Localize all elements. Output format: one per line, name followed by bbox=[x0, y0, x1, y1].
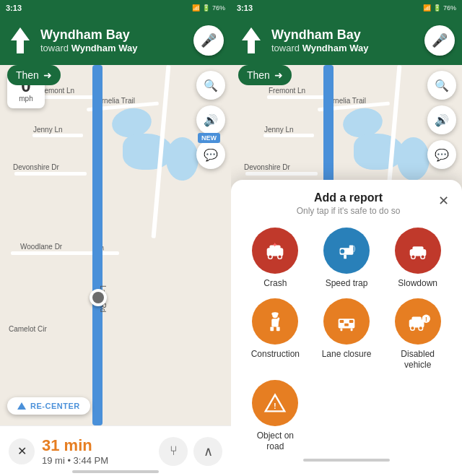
location-dot-inner-left bbox=[92, 292, 104, 303]
svg-text:!: ! bbox=[274, 401, 276, 410]
then-pill-left: Then ➜ bbox=[7, 65, 61, 85]
eta-info-left: 31 min 19 mi • 3:44 PM bbox=[42, 436, 152, 466]
then-pill-right: Then ➜ bbox=[238, 65, 292, 85]
status-bar-right: 3:13 📶 🔋 76% bbox=[231, 0, 462, 16]
nav-text-right: Wyndham Bay toward Wyndham Way bbox=[271, 27, 417, 54]
svg-point-33 bbox=[410, 326, 414, 330]
road-fremont-ln bbox=[36, 95, 101, 99]
svg-rect-13 bbox=[412, 246, 423, 252]
road-jenny-r bbox=[263, 134, 314, 137]
search-button-left[interactable]: 🔍 bbox=[196, 71, 225, 100]
report-header: Add a report Only tap if it's safe to do… bbox=[243, 191, 450, 216]
report-item-speed-trap[interactable]: )) Speed trap bbox=[314, 228, 380, 290]
search-icon-right: 🔍 bbox=[435, 79, 449, 92]
crash-icon-circle: ✦ bbox=[252, 228, 298, 274]
label-devonshire: Devonshire Dr bbox=[13, 163, 59, 171]
then-arrow-icon-right: ➜ bbox=[274, 69, 283, 81]
route-options-button[interactable]: ⑂ bbox=[159, 437, 188, 466]
battery-pct-left: 76% bbox=[212, 4, 225, 12]
disabled-vehicle-label: Disabledvehicle bbox=[401, 349, 435, 371]
speed-unit-left: mph bbox=[19, 95, 32, 103]
map-area-left[interactable]: Fremont Ln Cornelia Trail Jenny Ln Devon… bbox=[0, 65, 231, 425]
home-bar-line-right bbox=[303, 459, 390, 462]
report-item-object-on-road[interactable]: ! Object onroad bbox=[243, 380, 308, 453]
svg-point-4 bbox=[269, 255, 273, 259]
label-fremont-r: Fremont Ln bbox=[269, 87, 305, 95]
object-on-road-icon-circle: ! bbox=[252, 380, 298, 426]
label-jenny-r: Jenny Ln bbox=[264, 126, 294, 134]
nav-toward-left: toward Wyndham Way bbox=[40, 43, 186, 53]
report-item-disabled-vehicle[interactable]: ! Disabledvehicle bbox=[385, 298, 450, 371]
svg-point-10 bbox=[340, 249, 344, 254]
svg-rect-20 bbox=[276, 326, 280, 331]
sound-icon-left: 🔊 bbox=[204, 113, 218, 127]
add-report-icon-right: 💬 bbox=[435, 148, 449, 162]
svg-point-14 bbox=[411, 255, 415, 259]
report-title: Add a report bbox=[260, 191, 437, 204]
add-report-icon-left: 💬 bbox=[204, 148, 218, 162]
svg-rect-25 bbox=[349, 320, 354, 323]
search-button-right[interactable]: 🔍 bbox=[427, 71, 456, 100]
add-report-button-right[interactable]: 💬 bbox=[427, 140, 456, 169]
crash-label: Crash bbox=[263, 278, 287, 290]
water-body-2 bbox=[123, 134, 173, 170]
report-item-lane-closure[interactable]: Lane closure bbox=[314, 298, 380, 371]
road-jenny-ln bbox=[32, 134, 83, 137]
expand-button-left[interactable]: ∧ bbox=[193, 437, 222, 466]
then-arrow-icon: ➜ bbox=[43, 69, 52, 81]
left-panel: 3:13 📶 🔋 76% Wyndham Bay toward Wyndham … bbox=[0, 0, 231, 476]
lane-closure-icon-circle bbox=[323, 298, 370, 345]
sound-button-left[interactable]: 🔊 bbox=[196, 105, 225, 134]
nav-direction-icon bbox=[7, 27, 33, 53]
sound-icon-right: 🔊 bbox=[435, 113, 449, 127]
svg-point-34 bbox=[419, 326, 423, 330]
status-bar-left: 3:13 📶 🔋 76% bbox=[0, 0, 231, 16]
label-devonshire-r: Devonshire Dr bbox=[244, 163, 290, 171]
label-jenny-ln: Jenny Ln bbox=[33, 126, 63, 134]
new-badge-left: NEW bbox=[198, 133, 220, 143]
nav-toward-street-right: Wyndham Way bbox=[302, 43, 369, 53]
nav-controls-left: ⑂ ∧ bbox=[159, 437, 222, 466]
location-dot-left bbox=[90, 289, 107, 306]
recenter-icon-left bbox=[17, 402, 26, 410]
mic-button-left[interactable]: 🎤 bbox=[193, 25, 224, 56]
recenter-button-left[interactable]: RE-CENTER bbox=[7, 397, 90, 415]
mic-button-right[interactable]: 🎤 bbox=[424, 25, 455, 56]
home-bar-left bbox=[0, 464, 231, 476]
svg-rect-19 bbox=[271, 326, 274, 331]
home-bar-line-left bbox=[72, 470, 159, 473]
report-grid: ✦ Crash )) S bbox=[243, 228, 450, 453]
lane-closure-label: Lane closure bbox=[322, 349, 372, 360]
svg-text:✦: ✦ bbox=[272, 241, 278, 248]
status-icons-right: 📶 🔋 76% bbox=[423, 4, 456, 12]
svg-point-17 bbox=[272, 312, 279, 316]
road-fremont-r bbox=[267, 95, 332, 99]
nav-toward-street-left: Wyndham Way bbox=[71, 43, 138, 53]
report-item-slowdown[interactable]: Slowdown bbox=[385, 228, 450, 290]
eta-minutes-left: 31 min bbox=[42, 436, 152, 455]
recenter-label-left: RE-CENTER bbox=[30, 402, 80, 410]
water-body-3 bbox=[166, 137, 199, 181]
report-item-construction[interactable]: Construction bbox=[243, 298, 308, 371]
sound-button-right[interactable]: 🔊 bbox=[427, 105, 456, 134]
nav-street-left: Wyndham Bay bbox=[40, 27, 186, 43]
svg-text:)): )) bbox=[352, 245, 356, 252]
mic-icon-right: 🎤 bbox=[432, 33, 448, 48]
svg-point-5 bbox=[278, 255, 282, 259]
add-report-button-left[interactable]: 💬 bbox=[196, 140, 225, 169]
nav-header-right: Wyndham Bay toward Wyndham Way 🎤 bbox=[231, 16, 462, 65]
right-panel: 3:13 📶 🔋 76% Wyndham Bay toward Wyndham … bbox=[231, 0, 462, 476]
battery-pct-right: 76% bbox=[443, 4, 456, 12]
svg-rect-9 bbox=[344, 255, 346, 259]
label-camelot: Camelot Cir bbox=[9, 325, 47, 333]
speed-trap-label: Speed trap bbox=[326, 278, 368, 290]
mic-icon-left: 🎤 bbox=[201, 33, 217, 48]
nav-text-left: Wyndham Bay toward Wyndham Way bbox=[40, 27, 186, 54]
close-nav-button-left[interactable]: ✕ bbox=[9, 438, 35, 464]
map-bg-left: Fremont Ln Cornelia Trail Jenny Ln Devon… bbox=[0, 65, 231, 425]
report-close-button[interactable]: ✕ bbox=[437, 191, 450, 210]
road-devonshire bbox=[14, 172, 87, 176]
report-title-block: Add a report Only tap if it's safe to do… bbox=[260, 191, 437, 216]
report-item-crash[interactable]: ✦ Crash bbox=[243, 228, 308, 290]
svg-rect-27 bbox=[344, 323, 349, 326]
